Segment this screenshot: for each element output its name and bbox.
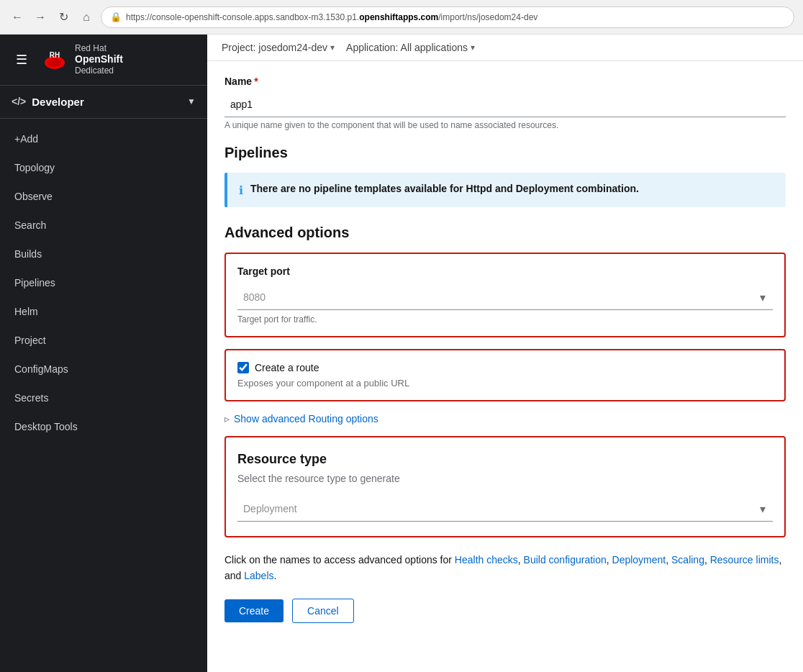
developer-label: Developer bbox=[32, 96, 84, 108]
project-selector-arrow-icon: ▾ bbox=[330, 42, 335, 53]
create-route-label[interactable]: Create a route bbox=[255, 362, 319, 373]
create-route-section: Create a route Exposes your component at… bbox=[224, 349, 786, 401]
info-banner-text: There are no pipeline templates availabl… bbox=[250, 183, 639, 194]
health-checks-link[interactable]: Health checks bbox=[455, 554, 518, 566]
browser-bar: ← → ↻ ⌂ 🔒 https://console-openshift-cons… bbox=[0, 0, 803, 35]
developer-section[interactable]: </> Developer ▼ bbox=[0, 85, 207, 119]
brand-text: Red Hat OpenShift Dedicated bbox=[75, 43, 123, 76]
deployment-link[interactable]: Deployment bbox=[612, 554, 666, 566]
target-port-select-wrapper: 8080 bbox=[237, 284, 773, 310]
scaling-link[interactable]: Scaling bbox=[671, 554, 704, 566]
content-area: Name* A unique name given to the compone… bbox=[207, 61, 803, 637]
application-selector[interactable]: Application: All applications ▾ bbox=[346, 42, 475, 53]
reload-button[interactable]: ↻ bbox=[55, 9, 72, 26]
target-port-section: Target port 8080 Target port for traffic… bbox=[224, 253, 786, 337]
info-icon: ℹ bbox=[239, 183, 243, 197]
developer-arrow-icon: ▼ bbox=[187, 96, 196, 106]
build-config-link[interactable]: Build configuration bbox=[524, 554, 607, 566]
target-port-select[interactable]: 8080 bbox=[237, 284, 773, 310]
forward-button[interactable]: → bbox=[32, 9, 49, 26]
sidebar-item-desktop-tools[interactable]: Desktop Tools bbox=[0, 412, 207, 441]
sidebar-item-topology[interactable]: Topology bbox=[0, 153, 207, 182]
application-label: Application: All applications bbox=[346, 42, 468, 53]
sidebar-item-search[interactable]: Search bbox=[0, 211, 207, 240]
routing-toggle-arrow-icon: ▹ bbox=[224, 413, 230, 424]
advanced-options-title: Advanced options bbox=[224, 224, 786, 241]
routing-toggle[interactable]: ▹ Show advanced Routing options bbox=[224, 413, 786, 424]
sidebar-item-builds[interactable]: Builds bbox=[0, 240, 207, 268]
create-route-help: Exposes your component at a public URL bbox=[237, 378, 773, 389]
url-text: https://console-openshift-console.apps.s… bbox=[126, 12, 537, 22]
sidebar-nav: +Add Topology Observe Search Builds Pipe… bbox=[0, 119, 207, 447]
resource-type-select[interactable]: Deployment DeploymentConfig bbox=[237, 496, 773, 522]
project-selector[interactable]: Project: josedom24-dev ▾ bbox=[222, 42, 335, 53]
create-route-checkbox[interactable] bbox=[237, 362, 249, 373]
sidebar-item-configmaps[interactable]: ConfigMaps bbox=[0, 355, 207, 383]
sidebar-item-observe[interactable]: Observe bbox=[0, 182, 207, 211]
pipelines-title: Pipelines bbox=[224, 145, 786, 161]
routing-toggle-link[interactable]: Show advanced Routing options bbox=[234, 413, 378, 424]
address-bar[interactable]: 🔒 https://console-openshift-console.apps… bbox=[101, 6, 794, 28]
project-label: Project: josedom24-dev bbox=[222, 42, 327, 53]
resource-type-title: Resource type bbox=[237, 452, 773, 467]
logo-area: RH Red Hat OpenShift Dedicated bbox=[40, 43, 123, 76]
name-field-group: Name* A unique name given to the compone… bbox=[224, 76, 786, 130]
create-button[interactable]: Create bbox=[224, 599, 283, 622]
svg-text:RH: RH bbox=[50, 51, 60, 59]
top-bar: Project: josedom24-dev ▾ Application: Al… bbox=[207, 35, 803, 61]
hamburger-button[interactable]: ☰ bbox=[12, 50, 32, 70]
cancel-button[interactable]: Cancel bbox=[292, 599, 354, 623]
back-button[interactable]: ← bbox=[9, 9, 26, 26]
sidebar-item-helm[interactable]: Helm bbox=[0, 297, 207, 326]
code-icon: </> bbox=[12, 96, 26, 107]
sidebar-header: ☰ RH Red Hat OpenShift Dedicated bbox=[0, 35, 207, 85]
main-content: Project: josedom24-dev ▾ Application: Al… bbox=[207, 35, 803, 672]
sidebar-item-project[interactable]: Project bbox=[0, 326, 207, 355]
create-route-row: Create a route bbox=[237, 362, 773, 373]
name-input[interactable] bbox=[224, 91, 786, 117]
resource-type-help: Select the resource type to generate bbox=[237, 473, 773, 484]
sidebar-item-secrets[interactable]: Secrets bbox=[0, 383, 207, 412]
application-selector-arrow-icon: ▾ bbox=[471, 42, 475, 53]
target-port-help: Target port for traffic. bbox=[237, 314, 773, 324]
redhat-logo: RH bbox=[40, 45, 69, 74]
svg-point-1 bbox=[48, 58, 61, 67]
sidebar-item-add[interactable]: +Add bbox=[0, 124, 207, 153]
links-row: Click on the names to access advanced op… bbox=[224, 552, 786, 584]
actions-row: Create Cancel bbox=[224, 599, 786, 623]
info-banner: ℹ There are no pipeline templates availa… bbox=[224, 173, 786, 207]
labels-link[interactable]: Labels bbox=[244, 570, 273, 581]
target-port-label: Target port bbox=[237, 265, 773, 277]
name-field-label: Name* bbox=[224, 76, 786, 87]
home-button[interactable]: ⌂ bbox=[78, 9, 95, 26]
sidebar: ☰ RH Red Hat OpenShift Dedicated </> D bbox=[0, 35, 207, 672]
sidebar-item-pipelines[interactable]: Pipelines bbox=[0, 268, 207, 297]
resource-limits-link[interactable]: Resource limits bbox=[710, 554, 779, 566]
name-field-help: A unique name given to the component tha… bbox=[224, 120, 786, 130]
name-required-indicator: * bbox=[254, 76, 258, 87]
resource-type-select-wrapper: Deployment DeploymentConfig bbox=[237, 496, 773, 522]
resource-type-section: Resource type Select the resource type t… bbox=[224, 436, 786, 537]
